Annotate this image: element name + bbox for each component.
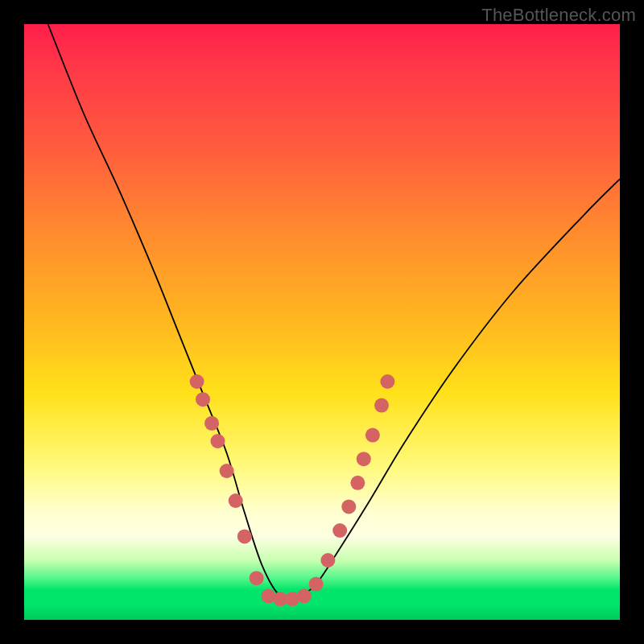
curve-layer — [24, 24, 620, 620]
watermark-text: TheBottleneck.com — [481, 5, 636, 26]
marker-dot — [220, 464, 234, 478]
marker-dot — [204, 416, 219, 431]
marker-dot — [332, 523, 347, 538]
marker-dot — [350, 476, 365, 490]
marker-dot — [380, 374, 394, 389]
marker-dot — [341, 499, 356, 514]
marker-dot — [365, 428, 380, 443]
marker-dot — [190, 374, 204, 389]
marker-dots-group — [190, 374, 395, 606]
marker-dot — [211, 434, 225, 448]
marker-dot — [229, 493, 243, 508]
marker-dot — [309, 577, 324, 592]
chart-frame: TheBottleneck.com — [0, 0, 644, 644]
marker-dot — [297, 588, 312, 603]
marker-dot — [250, 571, 264, 585]
marker-dot — [320, 553, 335, 568]
marker-dot — [196, 392, 210, 407]
marker-dot — [357, 452, 371, 466]
marker-dot — [237, 529, 252, 543]
plot-area — [24, 24, 620, 620]
bottleneck-curve-path — [48, 24, 620, 599]
marker-dot — [374, 398, 389, 413]
